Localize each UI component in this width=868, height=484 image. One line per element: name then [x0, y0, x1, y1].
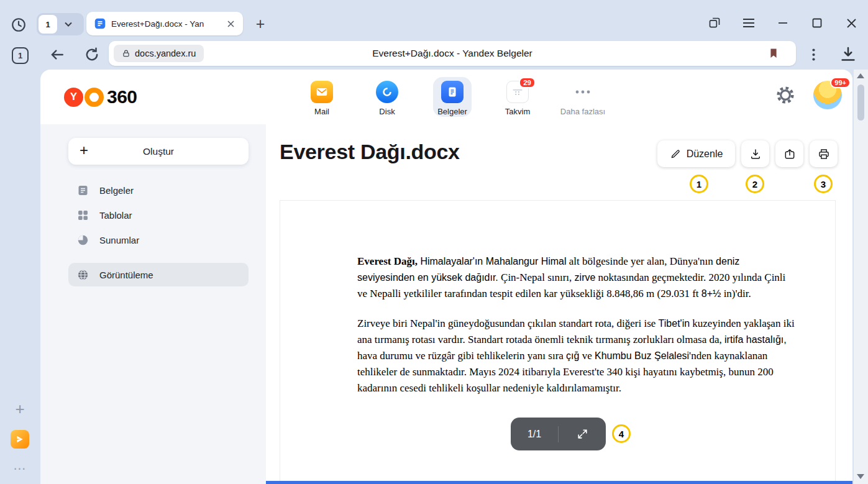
active-browser-tab[interactable]: Everest+Dağı.docx - Yan	[86, 12, 243, 35]
app-sidebar: + Oluştur Belgeler Tablolar Sunumlar	[40, 124, 266, 484]
site-domain: docs.yandex.ru	[135, 48, 196, 58]
sidebar-item-label: Görüntüleme	[99, 270, 153, 280]
download-icon	[749, 148, 762, 160]
settings-gear-icon[interactable]	[775, 84, 796, 106]
create-button[interactable]: + Oluştur	[68, 138, 249, 165]
downloads-icon[interactable]	[839, 45, 857, 63]
annotation-circle-1: 1	[690, 175, 708, 193]
tab-group-count-badge[interactable]: 1	[39, 15, 57, 34]
share-button[interactable]	[775, 140, 803, 167]
nav-item-disk[interactable]: Disk	[357, 75, 417, 116]
bookmark-icon[interactable]	[767, 47, 780, 60]
nav-label: Takvim	[505, 107, 530, 116]
annotation-circle-3: 3	[814, 175, 833, 193]
doc-paragraph-1: Everest Dağı, Himalayalar'ın Mahalangur …	[357, 253, 798, 302]
document-icon	[76, 184, 89, 197]
vertical-tabs-count[interactable]: 1	[12, 47, 29, 64]
nav-label: Disk	[379, 107, 395, 116]
print-button[interactable]	[810, 140, 838, 167]
tab-close-icon[interactable]	[224, 17, 237, 30]
back-icon[interactable]	[48, 46, 66, 63]
document-text: Everest Dağı, Himalayalar'ın Mahalangur …	[280, 201, 835, 396]
calendar-icon: 29	[506, 81, 529, 103]
download-button[interactable]	[741, 140, 769, 167]
tab-panels-icon[interactable]	[708, 16, 721, 30]
scroll-down-arrow[interactable]	[857, 474, 864, 479]
new-tab-button[interactable]: +	[251, 14, 270, 34]
annotation-circle-4: 4	[612, 424, 631, 443]
nav-item-takvim[interactable]: 29 Takvim	[488, 75, 547, 116]
yandex-app-icon[interactable]	[11, 430, 29, 449]
sidebar-item-tablolar[interactable]: Tablolar	[68, 203, 249, 227]
sidebar-item-label: Belgeler	[99, 185, 134, 196]
sidebar-item-belgeler[interactable]: Belgeler	[68, 178, 249, 202]
tab-group-control[interactable]: 1	[37, 13, 84, 35]
scrollbar-thumb[interactable]	[857, 84, 864, 121]
calendar-badge: 29	[519, 77, 536, 88]
doc-paragraph-2: Zirveye biri Nepal'in güneydoğusundan çı…	[357, 316, 798, 396]
strip-overflow-button[interactable]: ⋯	[9, 461, 31, 476]
scroll-up-arrow[interactable]	[857, 73, 864, 78]
presentation-pie-icon	[76, 234, 89, 247]
profile-avatar[interactable]: 99+	[813, 81, 842, 109]
nav-item-daha-fazlasi[interactable]: Daha fazlası	[553, 75, 613, 116]
window-close-icon[interactable]	[844, 16, 858, 30]
sidebar-item-label: Tablolar	[99, 210, 132, 221]
browser-window: 1 Everest+Dağı.docx - Yan + 1	[0, 0, 868, 484]
document-title: Everest Dağı.docx	[280, 140, 460, 164]
bottom-blue-bar	[266, 481, 852, 484]
page-scrollbar[interactable]	[854, 70, 868, 484]
printer-icon	[818, 148, 830, 160]
disk-icon	[376, 81, 398, 103]
annotation-circle-2: 2	[746, 175, 764, 193]
address-page-title: Everest+Dağı.docx - Yandex Belgeler	[109, 48, 796, 59]
address-bar[interactable]: docs.yandex.ru Everest+Dağı.docx - Yande…	[109, 41, 796, 66]
create-button-label: Oluştur	[143, 146, 174, 157]
history-clock-icon[interactable]	[11, 17, 27, 33]
services-nav: Mail Disk Belgeler 29 Takvim	[292, 75, 613, 116]
logo-360-text: 360	[107, 86, 137, 107]
sidebar-item-goruntuleme[interactable]: Görüntüleme	[68, 263, 249, 286]
edit-button-label: Düzenle	[687, 148, 723, 160]
tab-title: Everest+Dağı.docx - Yan	[111, 19, 219, 29]
site-domain-pill[interactable]: docs.yandex.ru	[114, 45, 204, 62]
y360-logo[interactable]: Y 360	[64, 86, 137, 108]
nav-label: Mail	[314, 107, 329, 116]
sidebar-item-label: Sunumlar	[99, 235, 139, 245]
yandex-y-icon: Y	[64, 88, 83, 107]
lock-icon	[122, 49, 130, 58]
window-controls	[708, 16, 858, 30]
nav-label: Belgeler	[437, 107, 467, 116]
strip-add-button[interactable]: +	[11, 400, 29, 418]
document-view-panel: Everest Dağı.docx Düzenle	[266, 124, 852, 484]
mail-icon	[311, 81, 333, 103]
reload-icon[interactable]	[83, 46, 101, 63]
chevron-down-icon[interactable]	[58, 15, 78, 34]
sidebar-item-sunumlar[interactable]: Sunumlar	[68, 228, 249, 252]
documents-icon	[441, 81, 464, 103]
plus-icon: +	[80, 142, 88, 159]
nav-item-mail[interactable]: Mail	[292, 75, 352, 116]
pencil-icon	[670, 148, 681, 160]
table-grid-icon	[76, 209, 89, 222]
yandex-docs-favicon	[94, 18, 106, 29]
page-count: 1/1	[511, 429, 558, 440]
nav-item-belgeler[interactable]: Belgeler	[423, 75, 482, 116]
nav-label: Daha fazlası	[560, 107, 605, 116]
page-indicator-pill: 1/1	[511, 418, 606, 450]
more-options-icon[interactable]	[806, 46, 820, 63]
notification-count-badge: 99+	[830, 77, 851, 88]
globe-icon	[76, 268, 89, 281]
yandex-360-app: Y 360 Mail Disk Belgeler	[40, 70, 852, 484]
menu-icon[interactable]	[742, 16, 756, 30]
yandex-o-ring-icon	[85, 88, 104, 107]
minimize-icon[interactable]	[776, 16, 790, 30]
share-upload-icon	[783, 148, 796, 160]
fullscreen-expand-icon[interactable]	[559, 428, 606, 440]
maximize-icon[interactable]	[810, 16, 824, 30]
more-services-icon	[572, 81, 594, 103]
edit-button[interactable]: Düzenle	[657, 140, 735, 167]
